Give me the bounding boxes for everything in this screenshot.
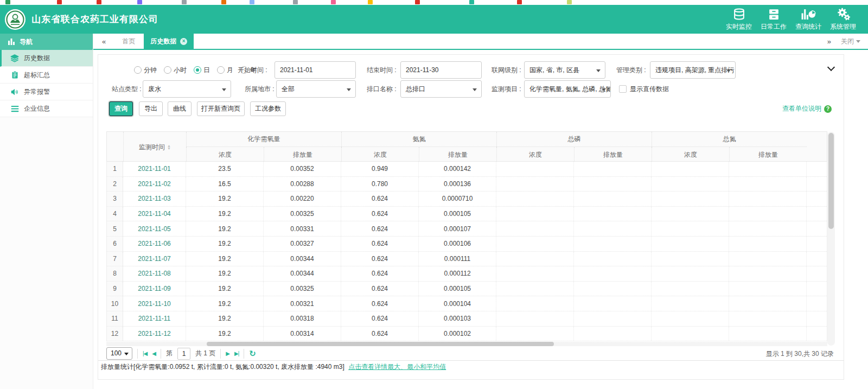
tab-scroll-right-icon[interactable]: » [827,37,831,46]
sort-icon[interactable]: ▲▼ [167,144,171,150]
browser-tab-favicon[interactable] [97,0,101,4]
monitor-date-cell[interactable]: 2021-11-05 [123,221,186,236]
last-page-button[interactable]: ▶| [234,350,239,356]
monitor-items-select[interactable]: 化学需氧量, 氨氮, 总磷, 总氮 [524,80,611,98]
condition-params-button[interactable]: 工况参数 [250,101,286,116]
refresh-icon[interactable]: ↻ [249,349,256,359]
empty-cell [807,192,827,206]
value-cell: 0.624 [341,266,419,281]
page-size-value: 100 [111,349,122,357]
monitor-date-cell[interactable]: 2021-11-08 [123,266,186,281]
header-nav-drawer[interactable]: 日常工作 [756,7,791,31]
monitor-date-cell[interactable]: 2021-11-11 [123,311,186,326]
page-size-select[interactable]: 100 [106,347,132,360]
browser-tab-favicon[interactable] [293,0,298,4]
end-time-input[interactable]: 2021-11-30 [400,61,482,79]
browser-tab-favicon[interactable] [250,0,254,4]
table-row[interactable]: 52021-11-0519.20.003310.6240.000107 [107,221,827,237]
network-level-select[interactable]: 国家, 省, 市, 区县 [524,61,605,79]
monitor-date-cell[interactable]: 2021-11-06 [123,237,186,251]
period-radio[interactable]: 月 [217,66,233,75]
table-row[interactable]: 42021-11-0419.20.003250.6240.000105 [107,207,827,222]
tab-scroll-left-icon[interactable]: « [93,34,113,49]
tab-home[interactable]: 首页 [113,34,144,49]
station-type-select[interactable]: 废水 [143,80,231,98]
value-cell: 0.000105 [419,207,496,221]
time-column-header[interactable]: 监测时间 ▲▼ [123,132,186,162]
open-new-query-button[interactable]: 打开新查询页 [197,101,245,116]
stats-detail-link[interactable]: 点击查看详情最大、最小和平均值 [348,363,446,371]
table-row[interactable]: 92021-11-0919.20.003250.6240.000105 [107,282,827,297]
browser-tab-favicon[interactable] [137,0,142,4]
scrollbar-thumb[interactable] [207,342,554,346]
browser-tab-favicon[interactable] [221,0,226,4]
page-number-input[interactable]: 1 [177,348,190,360]
table-row[interactable]: 122021-11-1219.20.003140.6240.000102 [107,327,827,342]
table-row[interactable]: 72021-11-0719.20.003440.6240.000111 [107,252,827,267]
header-nav-gears[interactable]: 系统管理 [826,7,860,31]
empty-cell [807,252,827,266]
curve-button[interactable]: 曲线 [168,101,192,116]
company-logo-icon [4,9,26,30]
header-nav-label: 日常工作 [761,22,787,31]
period-radio[interactable]: 小时 [164,66,187,75]
monitor-date-cell[interactable]: 2021-11-04 [123,207,186,221]
tab-close-icon[interactable]: × [180,38,187,45]
management-type-select[interactable]: 违规项目, 高架源, 重点排污 [650,61,736,79]
header-nav-chart[interactable]: 查询统计 [791,7,826,31]
next-page-button[interactable]: ▶ [226,350,229,356]
monitor-date-cell[interactable]: 2021-11-01 [123,162,186,176]
unit-help-link[interactable]: 查看单位说明 ? [782,104,832,113]
monitor-date-cell[interactable]: 2021-11-03 [123,192,186,206]
tab-history-data[interactable]: 历史数据 × [144,34,194,49]
table-row[interactable]: 112021-11-1119.20.003180.6240.000103 [107,311,827,327]
table-row[interactable]: 22021-11-0216.50.002880.7800.000136 [107,177,827,192]
monitor-date-cell[interactable]: 2021-11-02 [123,177,186,192]
layers-icon [10,54,19,62]
monitor-date-cell[interactable]: 2021-11-07 [123,252,186,266]
browser-tab-favicon[interactable] [57,0,62,4]
sidebar-item[interactable]: 历史数据 [0,50,93,67]
value-cell [496,282,574,296]
scrollbar-thumb[interactable] [828,133,834,229]
first-page-button[interactable]: |◀ [143,350,147,356]
tab-close-menu[interactable]: 关闭 [841,37,860,46]
browser-tab-favicon[interactable] [368,0,373,4]
outlet-name-select[interactable]: 总排口 [400,80,482,98]
sidebar-item[interactable]: 企业信息 [0,100,93,117]
browser-tab-favicon[interactable] [567,0,572,4]
city-select[interactable]: 全部 [276,80,356,98]
value-cell [574,237,652,251]
table-row[interactable]: 12021-11-0123.50.003520.9490.000142 [107,162,827,177]
query-button[interactable]: 查询 [109,101,133,116]
period-radio[interactable]: 日 [194,66,210,75]
export-button[interactable]: 导出 [139,101,163,116]
show-direct-data-checkbox[interactable]: 显示直传数据 [619,80,669,98]
browser-tab-favicon[interactable] [517,0,522,4]
prev-page-button[interactable]: ◀ [152,350,156,356]
table-vertical-scrollbar[interactable] [827,132,835,346]
browser-tab-favicon[interactable] [331,0,336,4]
monitor-date-cell[interactable]: 2021-11-10 [123,296,186,311]
value-cell [574,311,652,326]
table-row[interactable]: 32021-11-0319.20.002200.6240.0000710 [107,192,827,207]
browser-tab-favicon[interactable] [182,0,187,4]
table-horizontal-scrollbar[interactable] [106,342,827,346]
browser-tab-favicon[interactable] [415,0,420,4]
monitor-date-cell[interactable]: 2021-11-09 [123,282,186,296]
start-time-input[interactable]: 2021-11-01 [275,61,356,79]
browser-tab-favicon[interactable] [469,0,474,4]
header-nav-database[interactable]: 实时监控 [722,7,756,31]
value-cell [729,266,807,281]
monitor-date-cell[interactable]: 2021-11-12 [123,327,186,341]
filters-collapse-chevron-icon[interactable] [827,63,835,71]
value-cell [574,252,652,266]
emission-stats-text: 排放量统计[化学需氧量:0.0952 t, 累计流量:0 t, 氨氮:0.003… [101,363,344,371]
browser-tab-favicon[interactable] [5,0,10,4]
table-row[interactable]: 62021-11-0619.20.003270.6240.000106 [107,237,827,252]
period-radio[interactable]: 分钟 [134,66,157,75]
table-row[interactable]: 82021-11-0819.20.003440.6240.000112 [107,266,827,282]
sidebar-item[interactable]: 超标汇总 [0,67,93,84]
sidebar-item[interactable]: 异常报警 [0,84,93,100]
table-row[interactable]: 102021-11-1019.20.003210.6240.000104 [107,296,827,311]
